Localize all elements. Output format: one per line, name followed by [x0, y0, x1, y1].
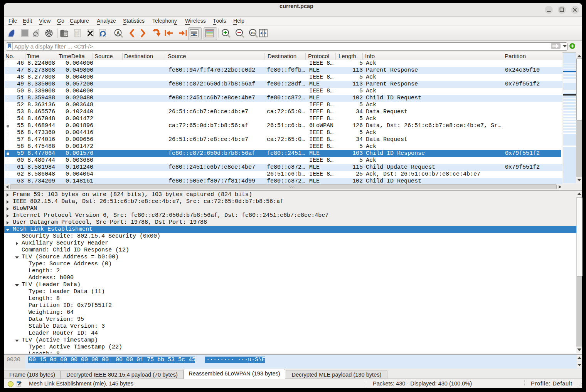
- svg-text:1:1: 1:1: [251, 31, 255, 35]
- svg-text:0111: 0111: [75, 35, 79, 37]
- svg-text:A: A: [116, 30, 120, 36]
